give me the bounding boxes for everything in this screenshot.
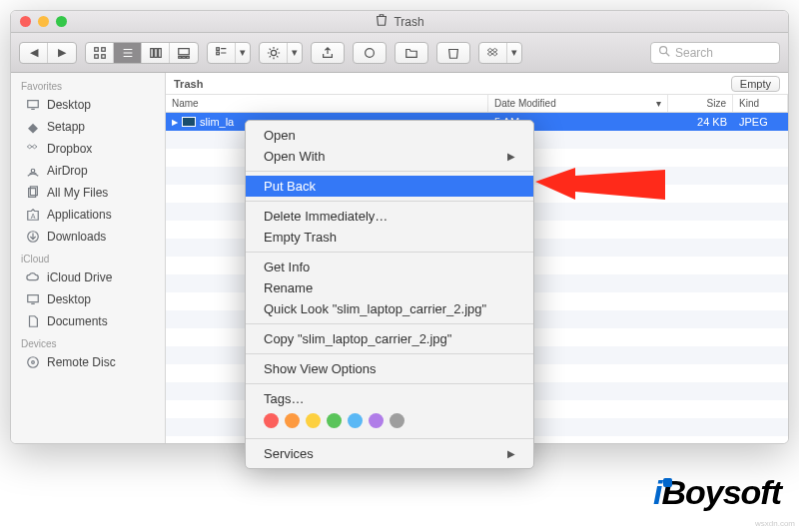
svg-rect-2 — [94, 54, 98, 58]
svg-rect-0 — [94, 47, 98, 51]
sidebar-section-icloud: iCloud — [11, 248, 165, 266]
svg-point-32 — [32, 361, 35, 364]
column-view-button[interactable] — [142, 43, 170, 63]
sidebar-item-desktop[interactable]: Desktop — [11, 94, 165, 116]
menu-label: Empty Trash — [264, 230, 337, 245]
svg-rect-12 — [183, 56, 186, 58]
empty-trash-button[interactable]: Empty — [731, 76, 780, 92]
sidebar-item-airdrop[interactable]: AirDrop — [11, 160, 165, 182]
back-button[interactable]: ◀ — [20, 43, 48, 63]
sidebar-item-label: Remote Disc — [47, 355, 116, 369]
dropbox-button[interactable] — [479, 43, 507, 63]
delete-button-group[interactable] — [436, 42, 470, 64]
allfiles-icon — [25, 185, 41, 201]
action-dropdown[interactable]: ▾ — [288, 43, 302, 63]
arrange-button[interactable] — [208, 43, 236, 63]
svg-point-19 — [366, 48, 375, 57]
svg-rect-15 — [216, 52, 219, 55]
menu-copy[interactable]: Copy "slim_laptop_carrier_2.jpg" — [246, 328, 533, 349]
svg-point-18 — [271, 50, 276, 55]
sidebar-item-setapp[interactable]: ◆Setapp — [11, 116, 165, 138]
submenu-arrow-icon: ▶ — [507, 151, 515, 162]
action-button[interactable] — [260, 43, 288, 63]
brand-rest: Boysoft — [661, 473, 781, 511]
diamond-icon: ◆ — [25, 119, 41, 135]
search-field[interactable]: Search — [650, 42, 780, 64]
menu-tags[interactable]: Tags… — [246, 388, 533, 409]
sidebar-item-label: Desktop — [47, 98, 91, 112]
newfolder-button-group[interactable] — [395, 42, 428, 64]
disc-icon — [25, 354, 41, 370]
sidebar-item-applications[interactable]: AApplications — [11, 204, 165, 226]
tags-button[interactable] — [354, 43, 386, 63]
dropbox-icon — [25, 141, 41, 157]
menu-show-view-options[interactable]: Show View Options — [246, 358, 533, 379]
sidebar-item-downloads[interactable]: Downloads — [11, 226, 165, 248]
svg-point-31 — [28, 357, 39, 368]
menu-label: Services — [264, 446, 314, 461]
tag-purple[interactable] — [369, 413, 384, 428]
dropbox-dropdown[interactable]: ▾ — [507, 43, 521, 63]
close-button[interactable] — [20, 16, 31, 27]
col-date[interactable]: Date Modified▾ — [488, 95, 668, 112]
file-thumbnail-icon — [182, 117, 196, 127]
col-name[interactable]: Name — [166, 95, 488, 112]
trash-icon — [375, 13, 389, 30]
nav-buttons: ◀ ▶ — [19, 42, 77, 64]
downloads-icon — [25, 229, 41, 245]
zoom-button[interactable] — [56, 16, 67, 27]
menu-separator — [246, 201, 533, 202]
col-size[interactable]: Size — [668, 95, 733, 112]
arrange-dropdown[interactable]: ▾ — [236, 43, 250, 63]
tag-orange[interactable] — [285, 413, 300, 428]
menu-open-with[interactable]: Open With▶ — [246, 146, 533, 167]
menu-empty-trash[interactable]: Empty Trash — [246, 227, 533, 248]
tag-blue[interactable] — [348, 413, 363, 428]
svg-rect-22 — [28, 101, 39, 108]
gallery-view-button[interactable] — [170, 43, 198, 63]
tag-red[interactable] — [264, 413, 279, 428]
sidebar-item-remotedisc[interactable]: Remote Disc — [11, 351, 165, 373]
menu-label: Open — [264, 128, 296, 143]
forward-button[interactable]: ▶ — [48, 43, 76, 63]
share-button-group[interactable] — [311, 42, 345, 64]
cell-size: 24 KB — [668, 116, 733, 128]
sidebar-item-allmyfiles[interactable]: All My Files — [11, 182, 165, 204]
sidebar-item-documents[interactable]: Documents — [11, 310, 165, 332]
menu-put-back[interactable]: Put Back — [246, 176, 533, 197]
sidebar-item-label: Setapp — [47, 120, 85, 134]
desktop-icon — [25, 291, 41, 307]
menu-label: Put Back — [264, 179, 316, 194]
cloud-icon — [25, 269, 41, 285]
menu-rename[interactable]: Rename — [246, 277, 533, 298]
menu-separator — [246, 323, 533, 324]
list-view-button[interactable] — [114, 43, 142, 63]
svg-rect-14 — [216, 47, 219, 50]
sidebar-item-desktop-icloud[interactable]: Desktop — [11, 288, 165, 310]
menu-quick-look[interactable]: Quick Look "slim_laptop_carrier_2.jpg" — [246, 298, 533, 319]
tag-gray[interactable] — [390, 413, 404, 428]
documents-icon — [25, 313, 41, 329]
tags-button-group[interactable] — [353, 42, 387, 64]
sidebar-item-iclouddrive[interactable]: iCloud Drive — [11, 266, 165, 288]
credit-text: wsxdn.com — [755, 519, 795, 528]
menu-label: Open With — [264, 149, 325, 164]
view-switcher — [85, 42, 199, 64]
menu-get-info[interactable]: Get Info — [246, 257, 533, 277]
newfolder-button[interactable] — [396, 43, 427, 63]
arrange-group: ▾ — [207, 42, 251, 64]
menu-open[interactable]: Open — [246, 125, 533, 146]
tag-yellow[interactable] — [306, 413, 321, 428]
svg-rect-9 — [158, 48, 161, 57]
menu-services[interactable]: Services▶ — [246, 443, 533, 464]
minimize-button[interactable] — [38, 16, 49, 27]
menu-delete-immediately[interactable]: Delete Immediately… — [246, 206, 533, 227]
col-kind[interactable]: Kind — [733, 95, 788, 112]
delete-button[interactable] — [437, 43, 469, 63]
tag-green[interactable] — [327, 413, 342, 428]
svg-rect-13 — [187, 56, 190, 58]
icon-view-button[interactable] — [86, 43, 114, 63]
share-button[interactable] — [312, 43, 344, 63]
svg-rect-3 — [101, 54, 105, 58]
sidebar-item-dropbox[interactable]: Dropbox — [11, 138, 165, 160]
